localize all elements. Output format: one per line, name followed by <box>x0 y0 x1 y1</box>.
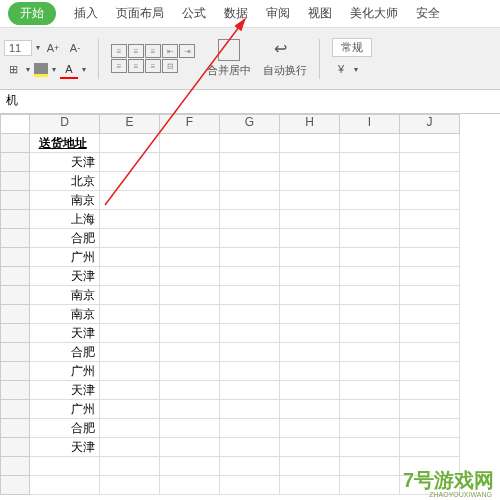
cell[interactable] <box>400 172 460 191</box>
cell[interactable] <box>400 229 460 248</box>
cell[interactable] <box>160 248 220 267</box>
indent-left-button[interactable]: ⇤ <box>162 44 178 58</box>
dropdown-icon[interactable]: ▾ <box>36 43 40 52</box>
row-header[interactable] <box>0 324 30 343</box>
cell[interactable] <box>100 229 160 248</box>
cell[interactable] <box>160 362 220 381</box>
cell[interactable] <box>160 400 220 419</box>
cell[interactable]: 天津 <box>30 381 100 400</box>
cell[interactable] <box>100 267 160 286</box>
cell[interactable] <box>100 400 160 419</box>
cell[interactable] <box>280 229 340 248</box>
cell[interactable] <box>160 286 220 305</box>
cell[interactable] <box>220 153 280 172</box>
cell[interactable]: 上海 <box>30 210 100 229</box>
cell[interactable] <box>220 134 280 153</box>
cell[interactable] <box>160 153 220 172</box>
merge-split-button[interactable]: ⊟ <box>162 59 178 73</box>
row-header[interactable] <box>0 381 30 400</box>
cell[interactable] <box>400 400 460 419</box>
cell[interactable] <box>100 153 160 172</box>
cell[interactable] <box>340 229 400 248</box>
cell[interactable] <box>220 324 280 343</box>
merge-center-button[interactable]: 合并居中 <box>207 39 251 78</box>
cell[interactable] <box>340 419 400 438</box>
cell[interactable]: 天津 <box>30 267 100 286</box>
cell[interactable] <box>220 172 280 191</box>
cell[interactable]: 天津 <box>30 153 100 172</box>
tab-layout[interactable]: 页面布局 <box>116 5 164 22</box>
cell[interactable] <box>160 476 220 495</box>
cell[interactable] <box>340 191 400 210</box>
wrap-text-button[interactable]: ↩ 自动换行 <box>263 39 307 78</box>
row-header[interactable] <box>0 476 30 495</box>
cell[interactable] <box>220 362 280 381</box>
cell[interactable] <box>280 248 340 267</box>
cell[interactable] <box>100 476 160 495</box>
cell[interactable] <box>30 476 100 495</box>
cell[interactable] <box>400 305 460 324</box>
cell[interactable] <box>100 134 160 153</box>
tab-beautify[interactable]: 美化大师 <box>350 5 398 22</box>
cell[interactable] <box>340 324 400 343</box>
cell[interactable] <box>100 191 160 210</box>
tab-insert[interactable]: 插入 <box>74 5 98 22</box>
cell[interactable] <box>160 438 220 457</box>
row-header[interactable] <box>0 172 30 191</box>
cell[interactable] <box>280 438 340 457</box>
row-header[interactable] <box>0 248 30 267</box>
cell[interactable]: 北京 <box>30 172 100 191</box>
cell[interactable] <box>100 210 160 229</box>
cell[interactable] <box>160 172 220 191</box>
cell[interactable]: 广州 <box>30 400 100 419</box>
cell[interactable] <box>340 134 400 153</box>
cell[interactable] <box>160 134 220 153</box>
cell[interactable] <box>220 400 280 419</box>
cell[interactable] <box>220 191 280 210</box>
cell[interactable]: 合肥 <box>30 419 100 438</box>
cell[interactable] <box>400 191 460 210</box>
cell[interactable] <box>400 134 460 153</box>
cell[interactable] <box>160 305 220 324</box>
align-right-button[interactable]: ≡ <box>145 59 161 73</box>
cell[interactable] <box>340 438 400 457</box>
cell[interactable] <box>340 362 400 381</box>
cell[interactable] <box>220 343 280 362</box>
cell[interactable] <box>280 457 340 476</box>
cell[interactable]: 天津 <box>30 438 100 457</box>
cell[interactable] <box>220 419 280 438</box>
cell[interactable] <box>340 400 400 419</box>
font-size-input[interactable]: 11 <box>4 40 32 56</box>
cell[interactable] <box>100 172 160 191</box>
tab-view[interactable]: 视图 <box>308 5 332 22</box>
cell[interactable] <box>100 362 160 381</box>
cell[interactable] <box>280 476 340 495</box>
align-center-button[interactable]: ≡ <box>128 59 144 73</box>
cell[interactable]: 广州 <box>30 362 100 381</box>
fill-color-button[interactable] <box>34 63 48 77</box>
cell[interactable] <box>280 324 340 343</box>
cell[interactable] <box>400 153 460 172</box>
cell[interactable] <box>280 381 340 400</box>
cell[interactable] <box>280 172 340 191</box>
column-header[interactable]: E <box>100 114 160 134</box>
cell[interactable] <box>100 286 160 305</box>
row-header[interactable] <box>0 229 30 248</box>
align-top-button[interactable]: ≡ <box>111 44 127 58</box>
tab-review[interactable]: 审阅 <box>266 5 290 22</box>
cell[interactable] <box>340 343 400 362</box>
cell[interactable] <box>160 267 220 286</box>
row-header[interactable] <box>0 457 30 476</box>
cell[interactable]: 天津 <box>30 324 100 343</box>
row-header[interactable] <box>0 286 30 305</box>
row-header[interactable] <box>0 438 30 457</box>
cell[interactable] <box>220 438 280 457</box>
row-header[interactable] <box>0 400 30 419</box>
cell[interactable] <box>100 324 160 343</box>
tab-security[interactable]: 安全 <box>416 5 440 22</box>
cell[interactable] <box>400 267 460 286</box>
currency-button[interactable]: ¥ <box>332 60 350 78</box>
cell[interactable] <box>400 438 460 457</box>
cell[interactable] <box>280 191 340 210</box>
cell[interactable] <box>400 210 460 229</box>
